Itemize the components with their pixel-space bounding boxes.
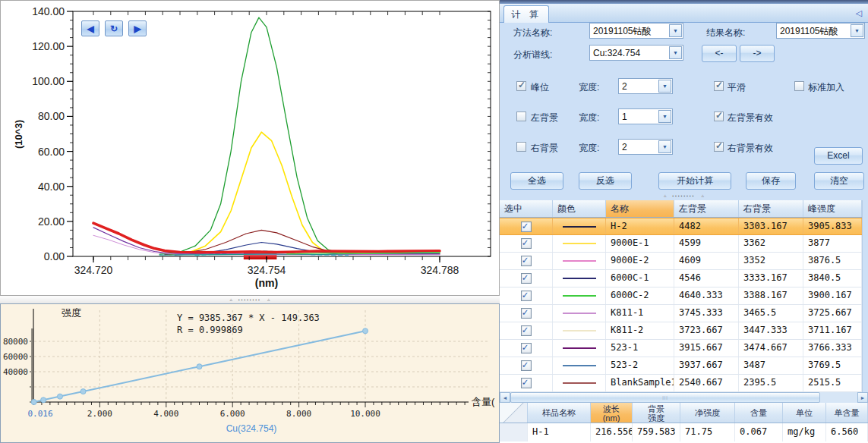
tab-calculate[interactable]: 计 算 xyxy=(503,5,549,23)
scroll-left-icon[interactable]: ◄ xyxy=(500,392,510,403)
svg-text:Y = 9385.367 * X - 149.363: Y = 9385.367 * X - 149.363 xyxy=(177,313,320,323)
start-calculation-button[interactable]: 开始计算 xyxy=(658,172,731,190)
invert-selection-button[interactable]: 反选 xyxy=(579,172,632,190)
right-bg-width-select[interactable]: 2 ▼ xyxy=(618,139,673,155)
column-header[interactable]: 单含量 xyxy=(826,403,868,423)
method-name-select[interactable]: 20191105钴酸 ▼ xyxy=(589,23,683,39)
table-row[interactable]: 9000E-2460933523876.5 xyxy=(500,253,868,270)
table-row[interactable]: H-244823303.1673905.833 xyxy=(500,218,868,235)
table-row[interactable]: BlankSample12540.6672395.52515.5 xyxy=(500,375,868,392)
spectral-nav-toolbar: ◀ ↻ ▶ xyxy=(81,20,147,36)
right-bg-valid-checkbox[interactable] xyxy=(714,142,724,152)
chevron-down-icon[interactable]: ▼ xyxy=(851,24,863,37)
results-table-header: 选中颜色名称左背景右背景峰强度 xyxy=(500,200,868,218)
series-color-line xyxy=(563,347,596,349)
column-header[interactable]: 样品名称 xyxy=(528,403,591,423)
right-background-checkbox[interactable] xyxy=(516,142,526,152)
horizontal-splitter-left[interactable]: ▵ ▪▪▪▪▪▪▪▪ ▵ xyxy=(0,296,500,303)
svg-text:Cu(324.754): Cu(324.754) xyxy=(226,423,277,434)
value-cell: 71.75 xyxy=(680,423,735,441)
row-checkbox[interactable] xyxy=(521,273,532,284)
series-color-line xyxy=(563,313,596,314)
table-row[interactable]: 6000C-145463333.1673840.5 xyxy=(500,270,868,287)
table-row[interactable]: 523-23937.66734873769.5 xyxy=(500,357,868,375)
column-header[interactable]: 右背景 xyxy=(739,200,803,217)
row-checkbox[interactable] xyxy=(521,291,532,301)
next-spectrum-button[interactable]: ▶ xyxy=(128,20,147,36)
smooth-checkbox[interactable] xyxy=(714,81,724,91)
analysis-line-select[interactable]: Cu:324.754 ▼ xyxy=(589,45,683,61)
checkbox-cell xyxy=(500,340,553,357)
scrollbar-thumb[interactable]: ||| xyxy=(510,392,820,403)
svg-text:80.00: 80.00 xyxy=(38,110,65,122)
row-checkbox[interactable] xyxy=(521,222,532,232)
row-checkbox[interactable] xyxy=(521,378,532,388)
results-table-body: H-244823303.1673905.8339000E-14599336238… xyxy=(500,218,868,392)
corner-cell[interactable] xyxy=(500,403,528,423)
row-selector-cell[interactable] xyxy=(500,423,528,441)
results-table: 选中颜色名称左背景右背景峰强度 H-244823303.1673905.8339… xyxy=(500,200,868,392)
peak-width-select[interactable]: 2 ▼ xyxy=(618,78,673,94)
standard-addition-checkbox[interactable] xyxy=(794,81,804,91)
table-row[interactable]: K811-13745.3333465.53725.667 xyxy=(500,305,868,322)
value-cell: 3352 xyxy=(739,253,803,269)
column-header[interactable]: 名称 xyxy=(606,200,674,217)
column-header[interactable]: 背景强度 xyxy=(633,403,680,423)
left-background-checkbox[interactable] xyxy=(516,112,526,121)
row-checkbox[interactable] xyxy=(521,343,532,353)
result-name-select[interactable]: 20191105钴酸 ▼ xyxy=(776,23,865,39)
value-cell: 2540.667 xyxy=(674,375,739,391)
select-all-button[interactable]: 全选 xyxy=(510,172,563,190)
collapse-panel-icon[interactable]: ◁ xyxy=(856,8,862,18)
chevron-down-icon[interactable]: ▼ xyxy=(658,140,671,153)
color-cell xyxy=(553,253,606,269)
left-bg-valid-checkbox[interactable] xyxy=(714,112,724,121)
svg-text:8.000: 8.000 xyxy=(286,409,311,419)
horizontal-splitter-right[interactable]: ▵ ▪▪▪▪▪▪▪▪ ▵ xyxy=(500,191,868,200)
save-button[interactable]: 保存 xyxy=(746,172,796,190)
peak-position-checkbox[interactable] xyxy=(516,81,526,91)
value-cell: 3362 xyxy=(739,235,803,252)
prev-result-button[interactable]: <- xyxy=(702,45,737,62)
column-header[interactable]: 单位 xyxy=(783,403,826,423)
chevron-down-icon[interactable]: ▼ xyxy=(669,46,682,59)
refresh-icon[interactable]: ↻ xyxy=(105,20,123,36)
column-header[interactable]: 波长(nm) xyxy=(591,403,633,423)
column-header[interactable]: 颜色 xyxy=(553,200,606,217)
splitter-collapse-icon: ▵ xyxy=(229,297,232,303)
next-result-button[interactable]: -> xyxy=(740,45,775,62)
column-header[interactable]: 选中 xyxy=(500,200,553,217)
scrollbar-track[interactable] xyxy=(820,392,857,403)
svg-text:6.000: 6.000 xyxy=(220,409,245,419)
left-bg-width-select[interactable]: 1 ▼ xyxy=(618,108,673,124)
name-cell: 523-1 xyxy=(606,340,674,357)
chevron-down-icon[interactable]: ▼ xyxy=(658,80,671,93)
svg-text:0.016: 0.016 xyxy=(27,409,52,419)
name-cell: 6000C-2 xyxy=(606,287,674,304)
excel-export-button[interactable]: Excel xyxy=(814,147,863,165)
svg-text:80000: 80000 xyxy=(3,337,28,347)
chevron-down-icon[interactable]: ▼ xyxy=(669,24,682,37)
column-header[interactable]: 峰强度 xyxy=(803,200,862,217)
color-cell xyxy=(553,235,606,252)
scroll-right-icon[interactable]: ► xyxy=(857,392,868,403)
row-checkbox[interactable] xyxy=(521,360,532,371)
table-row[interactable]: K811-23723.6673447.3333711.167 xyxy=(500,322,868,340)
table-row[interactable]: 9000E-1459933623877 xyxy=(500,235,868,253)
chevron-down-icon[interactable]: ▼ xyxy=(658,110,671,123)
row-checkbox[interactable] xyxy=(521,325,532,336)
value-cell: 3745.333 xyxy=(674,305,739,322)
smooth-label: 平滑 xyxy=(728,81,746,94)
row-checkbox[interactable] xyxy=(521,256,532,266)
prev-spectrum-button[interactable]: ◀ xyxy=(81,20,99,36)
sample-table-row[interactable]: H-1216.556759.58371.750.067mg/kg6.560 xyxy=(500,423,868,441)
row-checkbox[interactable] xyxy=(521,308,532,319)
column-header[interactable]: 左背景 xyxy=(674,200,739,217)
clear-button[interactable]: 清空 xyxy=(814,172,864,190)
row-checkbox[interactable] xyxy=(521,238,532,249)
horizontal-scrollbar[interactable]: ◄ ||| ► xyxy=(500,392,868,403)
table-row[interactable]: 6000C-24640.3333388.1673900.167 xyxy=(500,287,868,305)
table-row[interactable]: 523-13915.6673474.6673766.333 xyxy=(500,340,868,357)
column-header[interactable]: 含量 xyxy=(735,403,783,423)
column-header[interactable]: 净强度 xyxy=(680,403,735,423)
